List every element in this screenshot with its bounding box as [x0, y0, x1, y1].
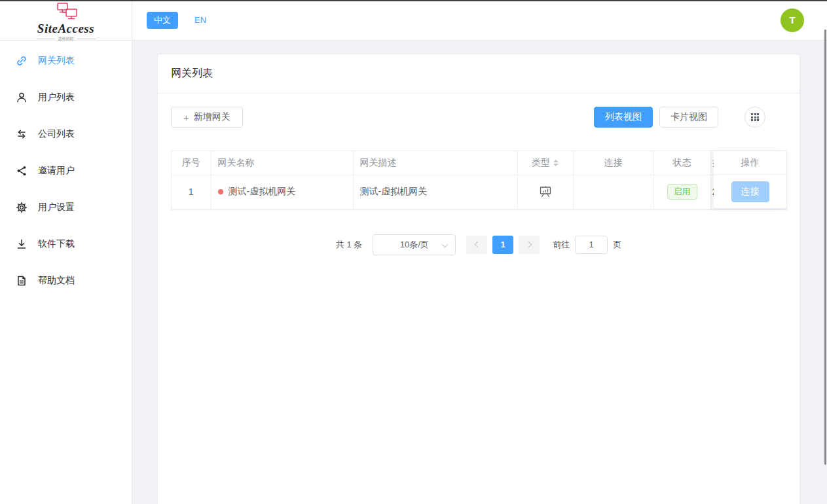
toolbar: + 新增网关 列表视图 卡片视图	[171, 107, 786, 128]
col-type-label: 类型	[532, 157, 550, 168]
status-dot-icon	[218, 189, 223, 194]
logo: SiteAccess 远程协助	[0, 0, 132, 41]
gateway-list-card: 网关列表 + 新增网关 列表视图 卡片视图	[157, 54, 800, 504]
sidebar-item-label: 帮助文档	[38, 275, 75, 287]
next-page-button[interactable]	[519, 236, 540, 254]
col-type: 类型	[517, 151, 573, 175]
brand-tagline: 远程协助	[37, 36, 96, 42]
chevron-down-icon	[442, 241, 449, 247]
share-icon	[16, 165, 28, 177]
prev-page-button[interactable]	[466, 236, 487, 254]
sidebar-item-company-list[interactable]: 公司列表	[0, 116, 132, 153]
sidebar-item-label: 公司列表	[38, 128, 75, 140]
board-chart-icon	[538, 186, 553, 196]
page-size-select[interactable]: 10条/页	[373, 234, 456, 255]
cell-action: 连接	[714, 175, 786, 209]
sidebar-item-user-settings[interactable]: 用户设置	[0, 189, 132, 226]
connect-button[interactable]: 连接	[731, 181, 769, 202]
table-scroll-area[interactable]: 序号 网关名称 网关描述 类型 连接 状态 接	[172, 151, 786, 209]
gateway-name: 测试-虚拟机网关	[229, 186, 296, 196]
col-index: 序号	[172, 151, 211, 175]
sidebar-item-label: 软件下载	[38, 238, 75, 250]
page-unit-label: 页	[613, 239, 621, 251]
link-icon	[16, 55, 28, 67]
lang-en-button[interactable]: EN	[194, 15, 206, 25]
plus-icon: +	[183, 112, 189, 123]
page-title: 网关列表	[171, 67, 213, 79]
cell-status: 启用	[653, 175, 710, 209]
top-header: 中文 EN T	[132, 0, 827, 41]
col-action: 操作	[714, 151, 786, 175]
add-gateway-button[interactable]: + 新增网关	[171, 107, 243, 128]
brand-name: SiteAccess	[37, 22, 94, 35]
total-count: 共 1 条	[336, 239, 362, 251]
main-content: 网关列表 + 新增网关 列表视图 卡片视图	[132, 41, 827, 504]
goto-page-input[interactable]	[575, 236, 608, 254]
cell-name: 测试-虚拟机网关	[211, 175, 353, 209]
sidebar-item-label: 邀请用户	[38, 165, 75, 177]
cell-index: 1	[172, 175, 211, 209]
sidebar-item-help-docs[interactable]: 帮助文档	[0, 262, 132, 299]
user-icon	[16, 92, 28, 103]
window-top-edge	[0, 0, 827, 1]
document-icon	[16, 275, 28, 287]
table-header-row: 序号 网关名称 网关描述 类型 连接 状态 接	[172, 151, 786, 175]
goto-label: 前往	[553, 239, 570, 251]
gateway-table: 序号 网关名称 网关描述 类型 连接 状态 接	[171, 151, 787, 210]
sort-caret-icon[interactable]	[553, 157, 559, 169]
chevron-left-icon	[474, 242, 481, 248]
gear-icon	[16, 202, 28, 213]
card-body: + 新增网关 列表视图 卡片视图	[158, 94, 799, 268]
sidebar: SiteAccess 远程协助 网关列表 用户列表 公司列表 邀请用户	[0, 0, 132, 504]
sidebar-item-user-list[interactable]: 用户列表	[0, 79, 132, 116]
add-gateway-label: 新增网关	[194, 111, 230, 123]
view-switch-group: 列表视图 卡片视图	[594, 107, 765, 128]
avatar[interactable]: T	[781, 9, 804, 32]
sidebar-menu: 网关列表 用户列表 公司列表 邀请用户 用户设置	[0, 41, 132, 299]
col-connection: 连接	[573, 151, 653, 175]
sidebar-item-label: 网关列表	[38, 55, 75, 67]
cell-type	[517, 175, 573, 209]
lang-zh-button[interactable]: 中文	[147, 12, 178, 29]
fixed-action-column: 操作 连接	[714, 151, 786, 209]
card-view-button[interactable]: 卡片视图	[659, 107, 718, 128]
pagination: 共 1 条 10条/页 1 前往 页	[171, 234, 786, 255]
chevron-right-icon	[525, 242, 532, 248]
status-badge: 启用	[667, 184, 697, 200]
download-icon	[16, 238, 28, 250]
sidebar-item-gateway-list[interactable]: 网关列表	[0, 43, 132, 79]
col-description: 网关描述	[353, 151, 517, 175]
table-row[interactable]: 1 测试-虚拟机网关 测试-虚拟机网关	[172, 175, 786, 209]
cell-connection	[573, 175, 653, 209]
page-size-value: 10条/页	[400, 239, 429, 251]
cell-description: 测试-虚拟机网关	[353, 175, 517, 209]
sidebar-item-invite-user[interactable]: 邀请用户	[0, 153, 132, 189]
sidebar-item-label: 用户设置	[38, 202, 75, 213]
grid-icon	[751, 113, 759, 121]
column-settings-button[interactable]	[744, 107, 765, 128]
transfer-icon	[16, 128, 28, 140]
sidebar-item-software-download[interactable]: 软件下载	[0, 226, 132, 262]
list-view-button[interactable]: 列表视图	[594, 107, 653, 128]
col-name: 网关名称	[211, 151, 353, 175]
pager: 1	[466, 236, 540, 254]
col-status: 状态	[653, 151, 710, 175]
remote-monitors-icon	[53, 2, 79, 22]
card-header: 网关列表	[158, 54, 799, 94]
page-number-1[interactable]: 1	[492, 236, 513, 254]
vertical-scrollbar[interactable]	[824, 29, 826, 465]
sidebar-item-label: 用户列表	[38, 92, 75, 103]
